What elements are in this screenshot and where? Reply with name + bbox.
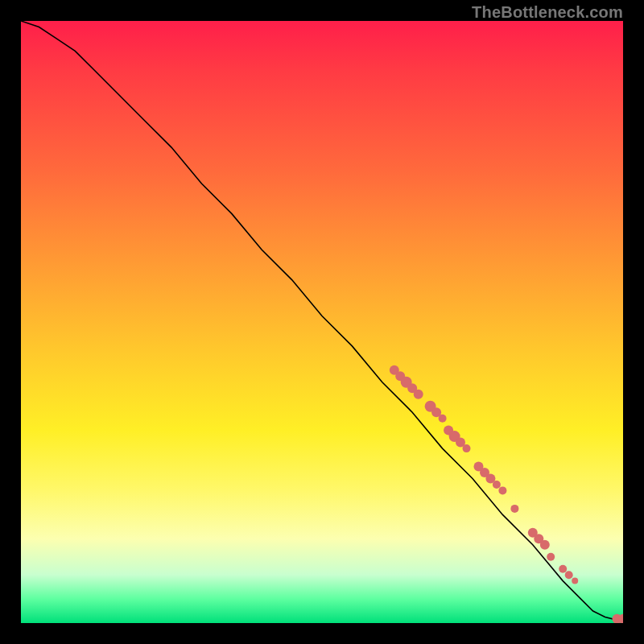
data-marker — [540, 540, 550, 550]
data-marker — [565, 571, 573, 579]
data-marker — [498, 486, 506, 494]
data-marker — [572, 578, 578, 584]
data-marker — [463, 444, 471, 452]
chart-svg — [21, 21, 623, 623]
data-marker — [414, 390, 423, 399]
data-marker — [439, 415, 447, 423]
watermark-label: TheBottleneck.com — [472, 3, 623, 22]
data-marker — [559, 565, 567, 573]
data-marker — [493, 481, 501, 489]
data-marker — [547, 553, 555, 561]
data-marker — [510, 505, 518, 513]
chart-frame: TheBottleneck.com — [0, 0, 644, 644]
marker-group — [390, 365, 623, 623]
plot-area — [21, 21, 623, 623]
